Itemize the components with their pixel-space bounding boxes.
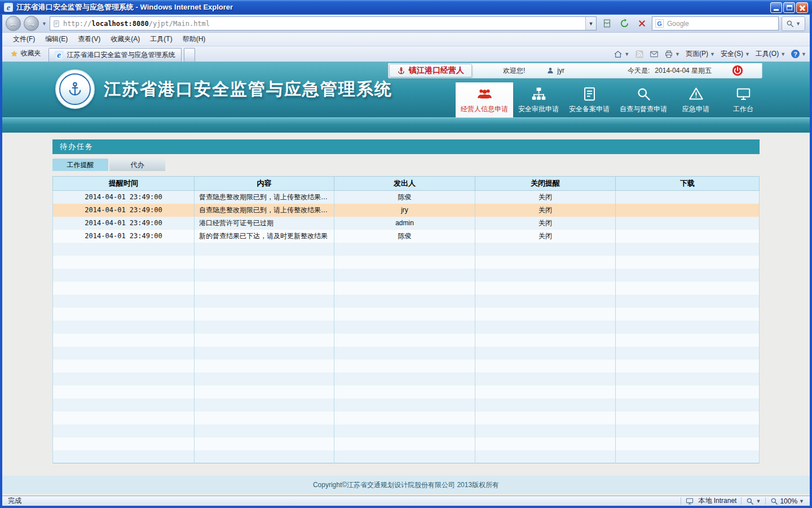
cell-empty bbox=[334, 360, 475, 373]
page-menu-button[interactable]: 页面(P) ▼ bbox=[686, 49, 715, 59]
status-right: 本地 Intranet ▼ 100% ▼ bbox=[681, 496, 804, 506]
browser-tab-active[interactable]: e 江苏省港口安全监管与应急管理系统 bbox=[48, 48, 182, 62]
read-mail-button[interactable] bbox=[650, 50, 659, 59]
menu-item[interactable]: 文件(F) bbox=[8, 33, 40, 46]
table-row-empty bbox=[53, 295, 760, 308]
favorites-label: 收藏夹 bbox=[21, 49, 41, 58]
zoom-level: 100% bbox=[780, 497, 797, 505]
page-viewport: 江苏省港口安全监管与应急管理系统 镇江港口经营人 欢迎您! jyr 今天是: 2… bbox=[2, 62, 810, 496]
home-button[interactable]: ▼ bbox=[614, 50, 629, 59]
forward-button[interactable]: → bbox=[24, 16, 39, 31]
monitor-icon bbox=[736, 86, 751, 102]
cell-empty bbox=[195, 437, 334, 450]
safety-menu-button[interactable]: 安全(S) ▼ bbox=[721, 49, 750, 59]
cell-empty bbox=[475, 398, 616, 411]
close-button[interactable] bbox=[796, 2, 808, 13]
cell-empty bbox=[334, 308, 475, 321]
cell-empty bbox=[195, 347, 334, 360]
cell-content: 新的督查结果已下达，请及时更新整改结果 bbox=[195, 230, 334, 243]
nav-item-6[interactable]: 工作台 bbox=[720, 82, 767, 117]
address-field[interactable]: http://localhost:8080/yjpt/Main.html ▼ bbox=[50, 16, 597, 30]
nav-item-3[interactable]: 安全备案申请 bbox=[564, 82, 615, 117]
menu-item[interactable]: 收藏夹(A) bbox=[105, 33, 145, 46]
close-reminder-link[interactable]: 关闭 bbox=[475, 217, 616, 230]
maximize-button[interactable] bbox=[783, 2, 795, 13]
search-input[interactable]: G Google bbox=[652, 16, 779, 30]
site-header: 江苏省港口安全监管与应急管理系统 镇江港口经营人 欢迎您! jyr 今天是: 2… bbox=[2, 62, 810, 117]
cell-empty bbox=[475, 411, 616, 424]
cell-empty bbox=[616, 373, 760, 386]
panel-tab-1[interactable]: 工作提醒 bbox=[52, 159, 108, 171]
menu-bar: 文件(F)编辑(E)查看(V)收藏夹(A)工具(T)帮助(H) bbox=[2, 33, 810, 46]
feeds-icon bbox=[635, 50, 644, 59]
panel-tab-2[interactable]: 代办 bbox=[109, 159, 165, 171]
cell-empty bbox=[53, 269, 195, 282]
back-button[interactable]: ← bbox=[6, 16, 21, 31]
feeds-button[interactable] bbox=[635, 50, 644, 59]
cell-empty bbox=[334, 256, 475, 269]
cell-empty bbox=[616, 450, 760, 463]
print-button[interactable]: ▼ bbox=[664, 50, 680, 59]
window-title: 江苏省港口安全监管与应急管理系统 - Windows Internet Expl… bbox=[16, 2, 233, 12]
cell-empty bbox=[616, 386, 760, 398]
cell-empty bbox=[53, 386, 195, 398]
document-icon bbox=[582, 86, 597, 102]
menu-item[interactable]: 帮助(H) bbox=[178, 33, 211, 46]
users-icon bbox=[477, 86, 492, 102]
close-reminder-link[interactable]: 关闭 bbox=[475, 191, 616, 204]
cell-empty bbox=[195, 321, 334, 334]
cell-empty bbox=[195, 373, 334, 386]
nav-item-label: 自查与督查申请 bbox=[620, 104, 667, 114]
cell-empty bbox=[475, 373, 616, 386]
table-header-cell: 内容 bbox=[195, 177, 334, 191]
close-reminder-link[interactable]: 关闭 bbox=[475, 230, 616, 243]
search-button[interactable]: ▼ bbox=[782, 16, 805, 31]
address-dropdown-caret-icon[interactable]: ▼ bbox=[585, 17, 596, 30]
nav-item-4[interactable]: 自查与督查申请 bbox=[615, 82, 672, 117]
cell-empty bbox=[195, 360, 334, 373]
nav-item-1[interactable]: 经营人信息申请 bbox=[456, 82, 513, 117]
warning-icon bbox=[689, 86, 704, 102]
cell-empty bbox=[475, 269, 616, 282]
cell-empty bbox=[334, 450, 475, 463]
cell-content: 港口经营许可证号已过期 bbox=[195, 217, 334, 230]
stop-button[interactable] bbox=[634, 16, 649, 31]
cell-empty bbox=[53, 243, 195, 256]
logout-button[interactable] bbox=[732, 65, 743, 76]
cell-empty bbox=[475, 308, 616, 321]
nav-item-label: 应急申请 bbox=[682, 104, 709, 114]
favorites-button[interactable]: ★ 收藏夹 bbox=[6, 46, 46, 62]
status-bar: 完成 本地 Intranet ▼ 100% ▼ bbox=[2, 496, 810, 506]
table-row-empty bbox=[53, 411, 760, 424]
close-reminder-link[interactable]: 关闭 bbox=[475, 204, 616, 217]
minimize-button[interactable] bbox=[770, 2, 782, 13]
home-caret-icon: ▼ bbox=[624, 51, 629, 57]
menu-item[interactable]: 工具(T) bbox=[145, 33, 177, 46]
safety-menu-label: 安全(S) bbox=[721, 49, 743, 59]
help-button[interactable]: ? ▼ bbox=[791, 50, 806, 58]
new-tab-stub[interactable] bbox=[184, 48, 195, 62]
table-row-empty bbox=[53, 398, 760, 411]
zoom-menu-button[interactable]: ▼ bbox=[746, 497, 761, 505]
table-row-empty bbox=[53, 386, 760, 398]
table-row-empty bbox=[53, 243, 760, 256]
table-row-empty bbox=[53, 321, 760, 334]
table-row-empty bbox=[53, 269, 760, 282]
tools-menu-button[interactable]: 工具(O) ▼ bbox=[756, 49, 785, 59]
refresh-button[interactable] bbox=[617, 16, 632, 31]
compatibility-view-icon bbox=[602, 19, 612, 28]
recent-pages-caret-icon[interactable]: ▼ bbox=[42, 21, 47, 27]
cell-empty bbox=[475, 243, 616, 256]
cell-sender: admin bbox=[334, 217, 475, 230]
favorites-bar: ★ 收藏夹 e 江苏省港口安全监管与应急管理系统 ▼ bbox=[2, 46, 810, 62]
cell-empty bbox=[195, 256, 334, 269]
zoom-level-button[interactable]: 100% ▼ bbox=[770, 497, 804, 505]
menu-item[interactable]: 查看(V) bbox=[73, 33, 105, 46]
table-header-cell: 发出人 bbox=[334, 177, 475, 191]
nav-item-5[interactable]: 应急申请 bbox=[672, 82, 720, 117]
menu-item[interactable]: 编辑(E) bbox=[40, 33, 73, 46]
compatibility-view-button[interactable] bbox=[599, 16, 614, 31]
nav-item-2[interactable]: 安全审批申请 bbox=[513, 82, 564, 117]
operator-org-badge: 镇江港口经营人 bbox=[389, 64, 472, 77]
search-placeholder: Google bbox=[667, 20, 689, 28]
